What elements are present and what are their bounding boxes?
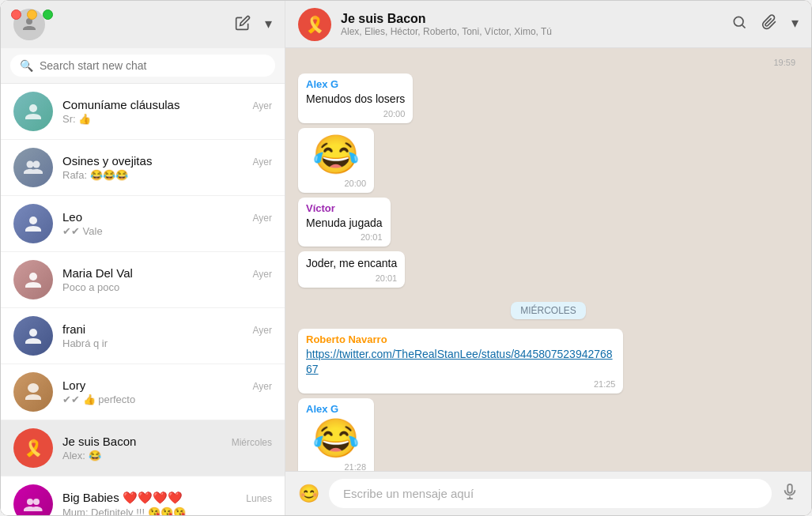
chat-info: frani Ayer Habrá q ir	[62, 322, 272, 349]
chat-name: Maria Del Val	[62, 266, 133, 280]
bubble-inner: Víctor Menuda jugada 20:01	[298, 198, 391, 247]
chat-item-lory[interactable]: Lory Ayer ✔✔ 👍 perfecto	[1, 364, 285, 420]
chat-info: Big Babies ❤️❤️❤️❤️ Lunes Mum: Definitel…	[62, 491, 272, 516]
chat-preview: ✔✔ Vale	[62, 225, 272, 237]
avatar	[13, 484, 53, 515]
bubble-time: 20:01	[306, 273, 397, 283]
compose-icon[interactable]	[235, 15, 251, 35]
search-bar: 🔍	[1, 48, 285, 84]
bubble-text: Menudos dos losers	[306, 92, 405, 107]
emoji-text: 😂	[306, 416, 366, 461]
svg-line-11	[742, 25, 746, 28]
chat-time: Ayer	[253, 156, 272, 168]
message-group-victor: Víctor Menuda jugada 20:01	[298, 198, 799, 252]
message-bubble: Alex G Menudos dos losers 20:00	[298, 73, 413, 123]
chat-time: Ayer	[253, 325, 272, 336]
close-button[interactable]	[11, 9, 21, 20]
chat-info: Je suis Bacon Miércoles Alex: 😂	[62, 435, 272, 461]
chat-header-name: Je suis Bacon	[341, 12, 722, 26]
chat-info: Maria Del Val Ayer Poco a poco	[62, 266, 272, 293]
chat-info: Comuníame cláusulas Ayer Sr: 👍	[62, 98, 272, 125]
svg-point-1	[29, 104, 37, 112]
chat-area: 🎗️ Je suis Bacon Alex, Elies, Héctor, Ro…	[285, 1, 811, 515]
bubble-text: Joder, me encanta	[306, 256, 397, 272]
maximize-button[interactable]	[43, 9, 53, 20]
message-group-alex-emoji2: Alex G 😂 21:28	[298, 398, 799, 471]
chat-item-maria[interactable]: Maria Del Val Ayer Poco a poco	[1, 252, 285, 308]
twitter-link[interactable]: https://twitter.com/TheRealStanLee/statu…	[306, 348, 613, 376]
chat-name: Osines y ovejitas	[62, 154, 152, 168]
bubble-text: https://twitter.com/TheRealStanLee/statu…	[306, 347, 615, 378]
chat-preview: Mum: Definitely !!! 😘😘😘	[62, 507, 272, 516]
chat-time: Ayer	[253, 381, 272, 392]
bubble-text: Menuda jugada	[306, 216, 383, 232]
message-bubble: Víctor Menuda jugada 20:01	[298, 198, 391, 247]
app-container: ▾ 🔍 Comuníame cláusulas Ayer	[0, 0, 812, 516]
traffic-lights	[11, 9, 53, 20]
minimize-button[interactable]	[27, 9, 37, 20]
chat-item-osines[interactable]: Osines y ovejitas Ayer Rafa: 😂😂😂	[1, 140, 285, 196]
bubble-time: 21:25	[306, 379, 615, 389]
chat-item-comuniame[interactable]: Comuníame cláusulas Ayer Sr: 👍	[1, 84, 285, 140]
chat-name: Je suis Bacon	[62, 435, 136, 448]
day-separator: MIÉRCOLES	[298, 302, 799, 319]
avatar	[13, 204, 53, 243]
chat-time: Ayer	[253, 100, 272, 111]
avatar	[13, 260, 53, 299]
search-icon[interactable]	[731, 14, 747, 34]
bubble-inner: Joder, me encanta 20:01	[298, 251, 405, 288]
chat-header: 🎗️ Je suis Bacon Alex, Elies, Héctor, Ro…	[285, 1, 811, 48]
svg-point-9	[33, 499, 40, 505]
search-icon: 🔍	[20, 59, 33, 72]
avatar: 🎗️	[13, 428, 53, 468]
chat-time: Miércoles	[232, 437, 272, 448]
chat-item-jesuis[interactable]: 🎗️ Je suis Bacon Miércoles Alex: 😂	[1, 420, 285, 476]
svg-point-10	[734, 17, 743, 26]
chat-item-frani[interactable]: frani Ayer Habrá q ir	[1, 308, 285, 364]
avatar	[13, 316, 53, 356]
bubble-time: 21:28	[306, 462, 366, 471]
bubble-time: 20:00	[306, 179, 366, 188]
sidebar-header-icons: ▾	[235, 15, 272, 35]
search-input[interactable]	[40, 59, 266, 72]
message-bubble-emoji: 😂 20:00	[298, 128, 374, 193]
chat-preview: Rafa: 😂😂😂	[62, 169, 272, 181]
message-bubble: Joder, me encanta 20:01	[298, 251, 405, 288]
emoji-text: 😂	[306, 133, 366, 177]
chat-list: Comuníame cláusulas Ayer Sr: 👍 Osines y …	[1, 84, 285, 515]
day-separator-label: MIÉRCOLES	[511, 302, 586, 319]
mic-button[interactable]	[781, 483, 799, 505]
paperclip-icon[interactable]	[761, 14, 777, 34]
svg-point-7	[28, 383, 39, 393]
sender-name: Víctor	[306, 202, 383, 214]
sidebar: ▾ 🔍 Comuníame cláusulas Ayer	[1, 1, 285, 515]
chat-name: Leo	[62, 210, 82, 224]
svg-point-6	[29, 329, 37, 337]
chat-name: Lory	[62, 379, 85, 392]
bubble-time: 20:00	[306, 109, 405, 119]
bubble-inner: Roberto Navarro https://twitter.com/TheR…	[298, 329, 623, 394]
svg-point-3	[33, 161, 40, 168]
chat-preview: Alex: 😂	[62, 450, 272, 461]
chat-info: Lory Ayer ✔✔ 👍 perfecto	[62, 379, 272, 405]
search-input-wrapper: 🔍	[10, 55, 275, 77]
chat-preview: Poco a poco	[62, 281, 272, 293]
chevron-down-icon[interactable]: ▾	[791, 14, 799, 34]
chat-name: frani	[62, 322, 85, 336]
svg-point-8	[27, 499, 33, 505]
sender-name: Alex G	[306, 403, 366, 415]
chevron-down-icon[interactable]: ▾	[265, 15, 272, 35]
avatar	[13, 92, 53, 131]
chat-info: Leo Ayer ✔✔ Vale	[62, 210, 272, 237]
chat-header-info: Je suis Bacon Alex, Elies, Héctor, Rober…	[341, 12, 722, 37]
avatar	[13, 148, 53, 187]
svg-point-5	[29, 273, 37, 281]
bubble-inner: Alex G 😂 21:28	[298, 398, 374, 471]
message-input[interactable]	[329, 479, 772, 508]
message-group-victor2: Joder, me encanta 20:01	[298, 251, 799, 292]
emoji-button[interactable]: 😊	[298, 484, 319, 504]
chat-item-bigbabies[interactable]: Big Babies ❤️❤️❤️❤️ Lunes Mum: Definitel…	[1, 476, 285, 515]
chat-header-members: Alex, Elies, Héctor, Roberto, Toni, Víct…	[341, 26, 722, 37]
chat-item-leo[interactable]: Leo Ayer ✔✔ Vale	[1, 196, 285, 252]
timestamp-separator: 19:59	[298, 58, 799, 67]
